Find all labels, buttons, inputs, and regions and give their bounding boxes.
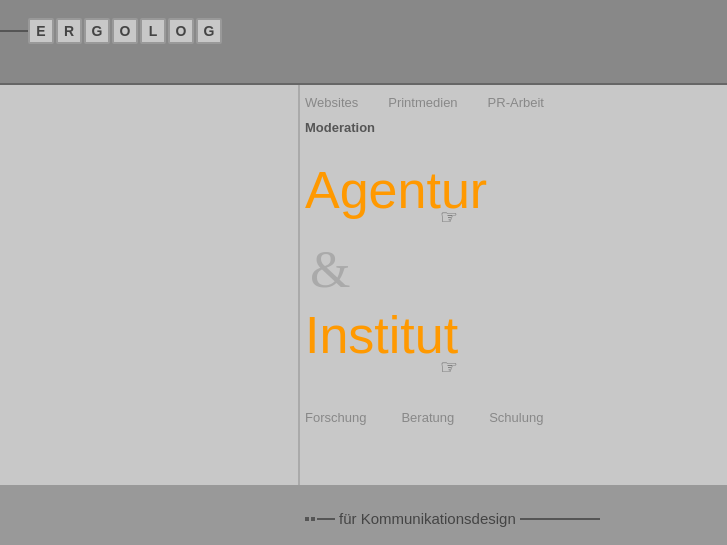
nav-top: Websites Printmedien PR-Arbeit xyxy=(305,95,544,110)
footer-line-right xyxy=(520,518,600,520)
logo-letter-o1: O xyxy=(112,18,138,44)
logo-letter-l: L xyxy=(140,18,166,44)
title-institut[interactable]: Institut xyxy=(305,305,458,365)
left-divider xyxy=(298,85,300,485)
nav-top-row: Websites Printmedien PR-Arbeit xyxy=(305,95,544,110)
nav-bottom: Forschung Beratung Schulung xyxy=(305,410,543,425)
footer-text: für Kommunikationsdesign xyxy=(305,510,600,527)
logo-letter-r: R xyxy=(56,18,82,44)
nav-forschung[interactable]: Forschung xyxy=(305,410,366,425)
nav-beratung[interactable]: Beratung xyxy=(401,410,454,425)
logo-container: E R G O L O G xyxy=(28,18,224,44)
logo-letter-e: E xyxy=(28,18,54,44)
main-area xyxy=(0,85,727,485)
footer-dot-2 xyxy=(311,517,315,521)
nav-schulung[interactable]: Schulung xyxy=(489,410,543,425)
nav-second-row: Moderation xyxy=(305,118,375,136)
footer-line-left xyxy=(317,518,335,520)
title-agentur[interactable]: Agentur xyxy=(305,160,487,220)
footer-label: für Kommunikationsdesign xyxy=(339,510,516,527)
logo-letter-g2: G xyxy=(196,18,222,44)
connector-line-top xyxy=(0,30,28,32)
ampersand-symbol: & xyxy=(310,240,350,299)
nav-pr-arbeit[interactable]: PR-Arbeit xyxy=(488,95,544,110)
logo-letter-o2: O xyxy=(168,18,194,44)
nav-moderation[interactable]: Moderation xyxy=(305,120,375,135)
logo-letter-g1: G xyxy=(84,18,110,44)
nav-websites[interactable]: Websites xyxy=(305,95,358,110)
nav-printmedien[interactable]: Printmedien xyxy=(388,95,457,110)
footer-dot-1 xyxy=(305,517,309,521)
